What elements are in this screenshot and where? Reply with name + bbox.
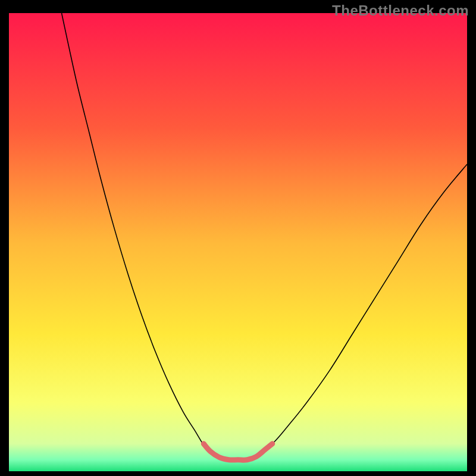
- gradient-background: [9, 13, 467, 471]
- bottleneck-chart: [9, 13, 467, 471]
- chart-frame: TheBottleneck.com: [0, 0, 476, 476]
- watermark-text: TheBottleneck.com: [332, 2, 469, 19]
